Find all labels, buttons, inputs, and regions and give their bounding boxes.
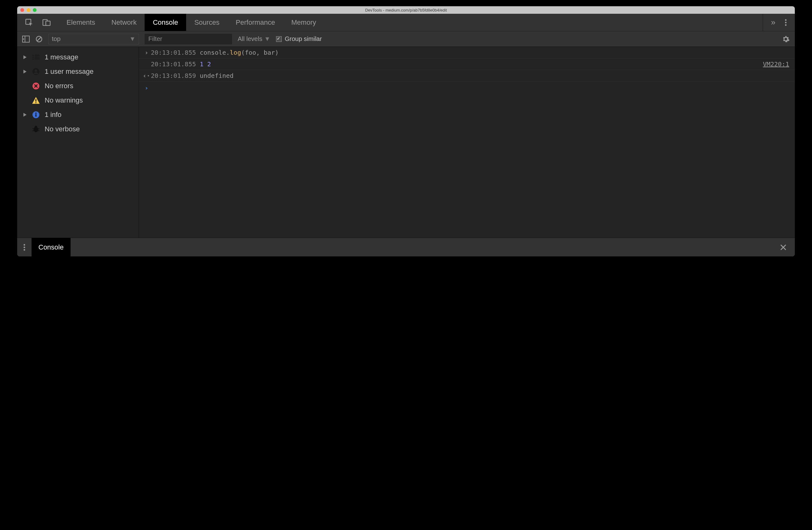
svg-point-17 <box>35 69 37 72</box>
sidebar-item-label: 1 info <box>45 111 61 119</box>
svg-point-30 <box>24 244 25 246</box>
drawer-tab-console[interactable]: Console <box>31 238 71 256</box>
svg-point-5 <box>785 24 787 26</box>
group-similar-label: Group similar <box>285 35 322 43</box>
bug-icon <box>31 125 40 133</box>
log-token: undefined <box>200 72 234 80</box>
output-caret-icon: ‹· <box>142 72 151 80</box>
sidebar-item-info[interactable]: 1 info <box>17 108 139 122</box>
sidebar-item-user[interactable]: 1 user message <box>17 65 139 79</box>
window-zoom-button[interactable] <box>33 8 37 12</box>
list-icon <box>31 54 40 60</box>
info-icon <box>31 111 40 118</box>
log-timestamp: 20:13:01.859 <box>151 72 196 80</box>
sidebar-item-warn[interactable]: No warnings <box>17 93 139 108</box>
log-message: 1 2 <box>200 60 211 68</box>
svg-rect-23 <box>35 114 37 117</box>
svg-rect-13 <box>35 57 40 57</box>
device-toolbar-icon[interactable] <box>42 18 51 27</box>
tab-label: Console <box>153 18 178 27</box>
drawer: Console <box>17 238 795 256</box>
svg-line-26 <box>32 128 34 129</box>
console-row[interactable]: ‹·20:13:01.859undefined <box>139 70 795 82</box>
disclosure-caret-icon <box>23 70 27 73</box>
sidebar-item-label: 1 user message <box>45 68 94 76</box>
svg-point-3 <box>785 19 787 20</box>
log-levels-select[interactable]: All levels ▼ <box>238 35 271 43</box>
user-icon <box>31 68 40 75</box>
log-message: console.log(foo, bar) <box>200 49 279 56</box>
svg-point-14 <box>32 58 34 60</box>
console-filter-input[interactable] <box>145 34 232 44</box>
toggle-sidebar-icon[interactable] <box>22 36 30 43</box>
log-source-link[interactable]: VM220:1 <box>763 60 789 68</box>
console-output[interactable]: ›20:13:01.855console.log(foo, bar)20:13:… <box>139 47 795 238</box>
tab-memory[interactable]: Memory <box>283 14 324 31</box>
tab-elements[interactable]: Elements <box>58 14 103 31</box>
tab-sources[interactable]: Sources <box>186 14 228 31</box>
tab-console[interactable]: Console <box>145 14 186 31</box>
warn-icon <box>31 97 40 104</box>
prompt-caret-icon: › <box>142 84 151 92</box>
svg-line-29 <box>38 130 39 131</box>
svg-line-9 <box>37 37 41 41</box>
window-titlebar: DevTools - medium.com/p/ab7b5fd8e0b4/edi… <box>17 6 795 14</box>
more-tabs-icon[interactable]: » <box>771 17 775 27</box>
console-sidebar: 1 message1 user messageNo errorsNo warni… <box>17 47 139 238</box>
execution-context-select[interactable]: top ▼ <box>48 34 139 44</box>
window-close-button[interactable] <box>20 8 24 12</box>
input-caret-icon: › <box>142 49 151 56</box>
log-token: 1 <box>200 60 204 68</box>
drawer-close-icon[interactable] <box>772 244 795 251</box>
console-row[interactable]: 20:13:01.8551 2VM220:1 <box>139 58 795 70</box>
sidebar-item-list[interactable]: 1 message <box>17 50 139 65</box>
svg-rect-11 <box>35 55 40 56</box>
sidebar-item-error[interactable]: No errors <box>17 79 139 93</box>
drawer-tab-label: Console <box>39 243 64 251</box>
sidebar-item-label: 1 message <box>45 53 78 61</box>
window-minimize-button[interactable] <box>27 8 30 12</box>
tab-label: Sources <box>194 18 220 27</box>
group-similar-toggle[interactable]: Group similar <box>276 35 322 43</box>
sidebar-item-label: No verbose <box>45 125 80 133</box>
log-token: 2 <box>207 60 211 68</box>
sidebar-item-label: No warnings <box>45 96 83 104</box>
panel-tabs: ElementsNetworkConsoleSourcesPerformance… <box>58 14 763 31</box>
log-token: (foo, bar) <box>241 49 279 56</box>
log-token: console. <box>200 49 230 56</box>
window-traffic-lights <box>17 8 37 12</box>
svg-point-25 <box>35 126 37 128</box>
clear-console-icon[interactable] <box>35 35 43 43</box>
dropdown-caret-icon: ▼ <box>129 35 135 43</box>
tab-performance[interactable]: Performance <box>228 14 283 31</box>
log-message: undefined <box>200 72 234 80</box>
svg-rect-2 <box>46 21 50 25</box>
tab-label: Elements <box>67 18 95 27</box>
inspect-tools <box>17 14 58 31</box>
svg-rect-19 <box>35 99 37 102</box>
log-timestamp: 20:13:01.855 <box>151 49 196 56</box>
console-row[interactable]: ›20:13:01.855console.log(foo, bar) <box>139 47 795 58</box>
svg-point-22 <box>35 113 37 114</box>
svg-point-32 <box>24 249 25 250</box>
disclosure-caret-icon <box>23 113 27 117</box>
svg-point-31 <box>24 247 25 248</box>
sidebar-item-bug[interactable]: No verbose <box>17 122 139 136</box>
console-settings-icon[interactable] <box>782 35 790 43</box>
tab-label: Performance <box>236 18 275 27</box>
tab-label: Network <box>112 18 137 27</box>
devtools-tabstrip: ElementsNetworkConsoleSourcesPerformance… <box>17 14 795 31</box>
svg-line-28 <box>32 130 34 131</box>
console-prompt[interactable]: › <box>139 82 795 94</box>
log-token <box>204 60 207 68</box>
log-levels-label: All levels <box>238 35 262 43</box>
tab-network[interactable]: Network <box>103 14 145 31</box>
sidebar-item-label: No errors <box>45 82 73 90</box>
inspect-element-icon[interactable] <box>25 18 33 27</box>
kebab-menu-icon[interactable] <box>785 19 787 26</box>
drawer-menu-icon[interactable] <box>17 243 31 251</box>
execution-context-label: top <box>52 35 61 43</box>
svg-line-27 <box>38 128 39 129</box>
window-title: DevTools - medium.com/p/ab7b5fd8e0b4/edi… <box>17 8 795 13</box>
svg-point-12 <box>32 57 34 58</box>
